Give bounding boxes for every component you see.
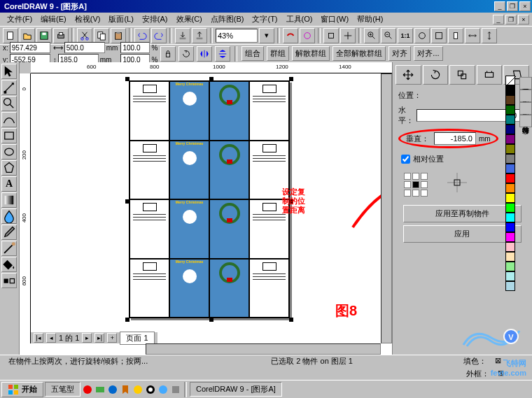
x-field[interactable] bbox=[10, 42, 50, 53]
size-tab[interactable] bbox=[477, 65, 503, 85]
fill-tool[interactable] bbox=[1, 257, 17, 272]
zoom-out-button[interactable] bbox=[381, 28, 396, 43]
zoom-tool[interactable] bbox=[1, 96, 17, 111]
menu-tools[interactable]: 工具(O) bbox=[282, 13, 317, 26]
relative-checkbox[interactable] bbox=[401, 155, 410, 164]
vtab-object-manager[interactable]: 物件管理员 bbox=[519, 77, 532, 90]
save-button[interactable] bbox=[36, 28, 52, 43]
page-tab-1[interactable]: 页面 1 bbox=[120, 332, 154, 345]
zoom-all-button[interactable] bbox=[431, 28, 447, 43]
rotate-field-icon[interactable] bbox=[178, 46, 194, 62]
menu-file[interactable]: 文件(F) bbox=[3, 13, 36, 26]
rotate-tab[interactable] bbox=[423, 65, 449, 85]
redo-button[interactable] bbox=[151, 28, 167, 43]
apply-duplicate-button[interactable]: 应用至再制物件 bbox=[403, 205, 521, 222]
no-color-swatch[interactable] bbox=[505, 76, 515, 85]
anchor-grid-left[interactable] bbox=[404, 173, 428, 197]
color-swatch[interactable] bbox=[505, 213, 515, 222]
last-page-button[interactable]: ▸| bbox=[94, 333, 104, 343]
color-swatch[interactable] bbox=[505, 173, 515, 183]
vtab-transform[interactable]: 变形 bbox=[519, 90, 532, 102]
vertical-scrollbar[interactable] bbox=[381, 73, 392, 343]
menu-view[interactable]: 检视(V) bbox=[71, 13, 105, 26]
interactive-fill-tool[interactable] bbox=[1, 192, 17, 208]
script-button[interactable] bbox=[283, 28, 298, 43]
menu-bitmap[interactable]: 点阵图(B) bbox=[206, 13, 248, 26]
pick-tool[interactable] bbox=[1, 64, 17, 79]
doc-restore-button[interactable]: ❐ bbox=[505, 15, 517, 24]
import-button[interactable] bbox=[175, 28, 190, 43]
snap-button[interactable] bbox=[323, 28, 339, 43]
zoom-page-button[interactable] bbox=[448, 28, 463, 43]
menu-text[interactable]: 文字(T) bbox=[248, 13, 281, 26]
page-artwork[interactable]: Merry Christmas Merry Christmas Merry Ch… bbox=[129, 80, 290, 318]
color-swatch[interactable] bbox=[505, 281, 515, 291]
scale-tab[interactable] bbox=[449, 65, 475, 85]
zoom-dropdown-icon[interactable]: ▾ bbox=[259, 28, 274, 43]
minimize-button[interactable]: _ bbox=[494, 1, 505, 11]
start-button[interactable]: 开始 bbox=[1, 382, 43, 397]
color-swatch[interactable] bbox=[505, 85, 515, 95]
color-swatch[interactable] bbox=[505, 271, 515, 281]
ruler-origin[interactable] bbox=[20, 62, 31, 73]
ungroup-button[interactable]: 解散群组 bbox=[292, 46, 330, 61]
align-dlg-button[interactable]: 对齐... bbox=[414, 46, 442, 61]
copy-button[interactable] bbox=[94, 28, 109, 43]
tray-icon[interactable] bbox=[82, 384, 93, 395]
lock-ratio-button[interactable] bbox=[160, 46, 176, 62]
mirror-v-button[interactable] bbox=[215, 46, 230, 62]
canvas[interactable]: Merry Christmas Merry Christmas Merry Ch… bbox=[31, 73, 381, 332]
tray-icon[interactable] bbox=[170, 384, 181, 395]
align-button[interactable]: 对齐 bbox=[388, 46, 411, 61]
vtab-shaping[interactable]: 造形 bbox=[519, 102, 532, 115]
next-page-button[interactable]: ▸ bbox=[82, 333, 92, 343]
menu-window[interactable]: 窗口(W) bbox=[316, 13, 353, 26]
paste-button[interactable] bbox=[111, 28, 126, 43]
color-swatch[interactable] bbox=[505, 232, 515, 242]
color-swatch[interactable] bbox=[505, 134, 515, 144]
taskbar-app-button[interactable]: CorelDRAW 9 - [图形A] bbox=[190, 382, 282, 397]
group-button[interactable]: 群组 bbox=[267, 46, 289, 61]
undo-button[interactable] bbox=[134, 28, 150, 43]
print-button[interactable] bbox=[53, 28, 69, 43]
menu-effects[interactable]: 效果(C) bbox=[172, 13, 206, 26]
ungroup-all-button[interactable]: 全部解散群组 bbox=[332, 46, 386, 61]
horizontal-scrollbar[interactable] bbox=[146, 343, 381, 355]
color-swatch[interactable] bbox=[505, 262, 515, 271]
rectangle-tool[interactable] bbox=[1, 128, 17, 143]
position-tab[interactable] bbox=[396, 65, 421, 85]
color-swatch[interactable] bbox=[505, 154, 515, 164]
scale-x-field[interactable] bbox=[120, 42, 150, 53]
zoom-width-button[interactable] bbox=[465, 28, 480, 43]
combine-button[interactable]: 组合 bbox=[241, 46, 264, 61]
apply-button[interactable]: 应用 bbox=[403, 225, 521, 243]
color-swatch[interactable] bbox=[505, 242, 515, 252]
ruler-vertical[interactable]: 0 200 400 600 bbox=[20, 73, 31, 343]
new-button[interactable] bbox=[3, 28, 18, 43]
tray-icon[interactable] bbox=[107, 384, 118, 395]
eyedropper-tool[interactable] bbox=[1, 225, 17, 240]
color-swatch[interactable] bbox=[505, 164, 515, 173]
snap2-button[interactable] bbox=[340, 28, 356, 43]
vtab-symbols[interactable]: 符号与特殊字符 bbox=[519, 115, 532, 127]
cut-button[interactable] bbox=[77, 28, 92, 43]
v-position-field[interactable] bbox=[434, 132, 476, 145]
color-swatch[interactable] bbox=[505, 252, 515, 262]
tray-icon[interactable] bbox=[145, 384, 156, 395]
tray-icon[interactable] bbox=[158, 384, 169, 395]
color-swatch[interactable] bbox=[505, 193, 515, 203]
open-button[interactable] bbox=[20, 28, 35, 43]
ellipse-tool[interactable] bbox=[1, 144, 17, 159]
doc-minimize-button[interactable]: _ bbox=[493, 15, 504, 24]
color-swatch[interactable] bbox=[505, 203, 515, 213]
shape-tool[interactable] bbox=[1, 80, 17, 95]
text-tool[interactable]: A bbox=[1, 176, 17, 192]
menu-edit[interactable]: 编辑(E) bbox=[36, 13, 71, 26]
menu-layout[interactable]: 版面(L) bbox=[104, 13, 137, 26]
zoom-11-button[interactable]: 1:1 bbox=[398, 28, 413, 43]
tray-icon[interactable] bbox=[132, 384, 144, 395]
close-button[interactable]: × bbox=[519, 1, 531, 11]
tray-icon[interactable] bbox=[94, 384, 106, 395]
color-swatch[interactable] bbox=[505, 105, 515, 115]
color-swatch[interactable] bbox=[505, 115, 515, 125]
